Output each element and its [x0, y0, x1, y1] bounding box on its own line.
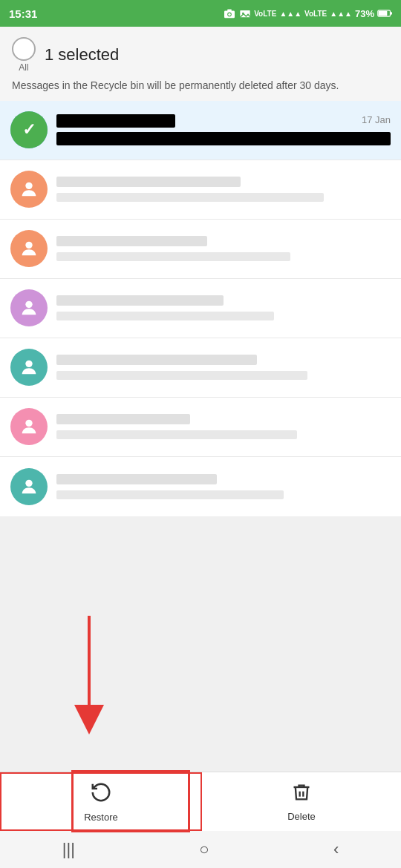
arrow-annotation	[59, 616, 119, 752]
avatar	[10, 468, 48, 505]
bottom-toolbar: Restore Delete	[0, 772, 401, 831]
table-row[interactable]	[0, 160, 401, 220]
delete-icon	[291, 782, 312, 808]
avatar	[10, 408, 48, 445]
avatar	[10, 171, 48, 208]
table-row[interactable]	[0, 220, 401, 279]
svg-point-14	[25, 479, 32, 486]
person-icon	[19, 297, 39, 318]
check-overlay: ✓	[10, 111, 48, 148]
status-bar: 15:31 VoLTE ▲▲▲ VoLTE ▲▲▲ 73%	[0, 0, 401, 27]
delete-label: Delete	[287, 811, 316, 822]
table-row[interactable]	[0, 338, 401, 398]
svg-point-11	[25, 301, 32, 308]
message-content: 17 Jan	[56, 114, 391, 145]
recent-apps-icon[interactable]: |||	[62, 840, 75, 859]
person-icon	[19, 476, 39, 497]
sender-name-redacted	[56, 114, 175, 128]
selected-count: 1 selected	[45, 45, 119, 65]
avatar: ✓	[10, 111, 48, 148]
restore-button[interactable]: Restore	[0, 772, 202, 831]
svg-point-12	[25, 361, 32, 367]
message-list: ✓ 17 Jan	[0, 101, 401, 516]
all-label: All	[19, 62, 28, 73]
message-content	[56, 295, 391, 320]
message-content	[56, 177, 391, 202]
svg-rect-7	[391, 12, 393, 14]
svg-rect-3	[227, 9, 232, 11]
message-header-row: 17 Jan	[56, 114, 391, 128]
home-icon[interactable]: ○	[199, 840, 209, 859]
table-row[interactable]	[0, 398, 401, 457]
restore-label: Restore	[84, 812, 118, 823]
message-content	[56, 414, 391, 439]
header: All 1 selected Messages in the Recycle b…	[0, 27, 401, 101]
status-icons: VoLTE ▲▲▲ VoLTE ▲▲▲ 73%	[223, 8, 392, 19]
person-icon	[19, 238, 39, 259]
svg-point-13	[25, 420, 32, 427]
table-row[interactable]	[0, 457, 401, 516]
message-content	[56, 236, 391, 261]
avatar	[10, 230, 48, 267]
svg-point-10	[25, 242, 32, 249]
message-preview-redacted	[56, 132, 391, 145]
selection-row: All 1 selected	[12, 37, 389, 73]
svg-point-9	[25, 183, 32, 189]
status-time: 15:31	[9, 7, 37, 20]
person-icon	[19, 416, 39, 437]
back-icon[interactable]: ‹	[333, 840, 339, 859]
table-row[interactable]: ✓ 17 Jan	[0, 101, 401, 160]
message-date: 17 Jan	[362, 114, 391, 125]
delete-button[interactable]: Delete	[202, 772, 401, 831]
person-icon	[19, 179, 39, 200]
svg-marker-16	[74, 705, 104, 734]
battery-indicator: 73%	[355, 8, 374, 19]
svg-rect-8	[379, 11, 388, 16]
avatar	[10, 289, 48, 326]
nav-bar: ||| ○ ‹	[0, 831, 401, 868]
avatar	[10, 349, 48, 386]
table-row[interactable]	[0, 279, 401, 338]
checkmark-icon: ✓	[22, 120, 36, 139]
message-content	[56, 355, 391, 380]
message-content	[56, 474, 391, 499]
person-icon	[19, 357, 39, 378]
restore-icon	[90, 781, 112, 809]
recycle-message: Messages in the Recycle bin will be perm…	[12, 79, 389, 93]
svg-point-2	[228, 13, 231, 16]
select-all-checkbox[interactable]	[12, 37, 36, 61]
